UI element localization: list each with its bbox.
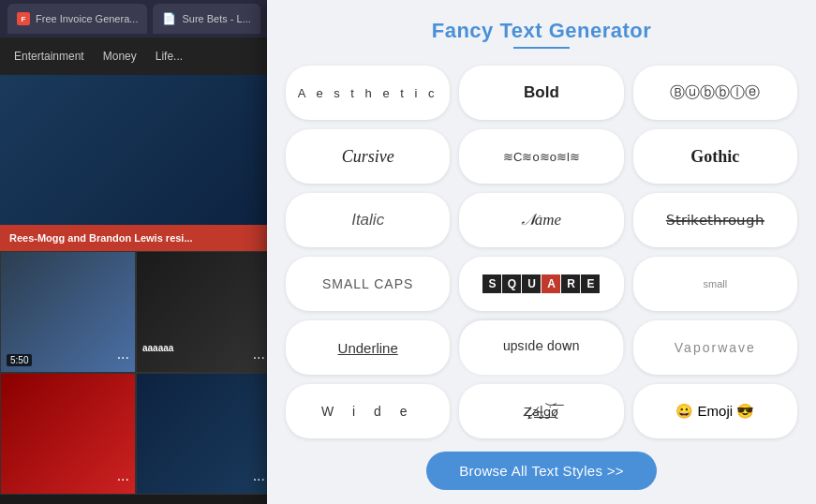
tab2-label: Sure Bets - L...	[182, 13, 250, 24]
card-3[interactable]: ···	[0, 373, 136, 495]
style-btn-bold[interactable]: Bold	[459, 66, 623, 120]
nav-money[interactable]: Money	[103, 50, 137, 63]
style-btn-name[interactable]: 𝒩ame	[459, 193, 623, 247]
style-btn-aesthetic[interactable]: A e s t h e t i c	[286, 66, 450, 120]
card-1[interactable]: ··· 5:50	[0, 251, 136, 373]
sq-s: S	[482, 274, 501, 293]
browse-all-button[interactable]: Browse All Text Styles >>	[426, 452, 657, 490]
style-btn-bubble[interactable]: Ⓑⓤⓑⓑⓛⓔ	[633, 66, 797, 120]
card-row-2: ··· ···	[0, 373, 272, 495]
card4-dots[interactable]: ···	[253, 471, 265, 488]
card2-dots[interactable]: ···	[253, 349, 265, 366]
news-headline[interactable]: Rees-Mogg and Brandon Lewis resi...	[0, 225, 272, 251]
style-btn-smallcaps[interactable]: SMALL CAPS	[286, 257, 450, 311]
browser-tab-2[interactable]: 📄 Sure Bets - L...	[153, 4, 260, 34]
card1-dots[interactable]: ···	[117, 349, 129, 366]
nav-entertainment[interactable]: Entertainment	[14, 50, 84, 63]
sq-u: U	[522, 274, 541, 293]
style-btn-gothic[interactable]: Gothic	[633, 129, 797, 184]
sq-a: A	[542, 274, 560, 293]
style-btn-emoji[interactable]: 😀 Emoji 😎	[633, 384, 797, 438]
style-btn-zalgo[interactable]: Z̸̧̢a̸͟͟l̴̨̡g͘͟͝o̷̢͞	[459, 384, 623, 438]
card-4[interactable]: ···	[136, 373, 272, 495]
card-2[interactable]: ··· aaaaaa	[136, 251, 272, 373]
card3-dots[interactable]: ···	[117, 471, 129, 488]
style-btn-small[interactable]: small	[633, 257, 797, 311]
sq-q: Q	[502, 274, 521, 293]
style-btn-wide[interactable]: W i d e	[286, 384, 450, 438]
card2-title: aaaaaa	[142, 343, 173, 353]
style-btn-underline[interactable]: Underline	[286, 320, 450, 375]
tab2-icon: 📄	[162, 12, 176, 25]
style-btn-square[interactable]: S Q U A R E	[459, 257, 623, 311]
square-inner: S Q U A R E	[482, 274, 600, 293]
style-btn-upsidedown[interactable]: uʍop ǝpısdn	[459, 320, 623, 375]
sq-r: R	[561, 274, 580, 293]
sq-e: E	[581, 274, 600, 293]
style-btn-vaporwave[interactable]: Vaporwave	[633, 320, 797, 375]
nav-life[interactable]: Life...	[156, 50, 183, 63]
card1-time: 5:50	[7, 354, 32, 366]
tab1-favicon: F	[17, 12, 30, 25]
style-btn-strikethrough[interactable]: S̶t̶r̶i̶k̶e̶t̶h̶r̶o̶u̶g̶h̶	[633, 193, 797, 247]
style-btn-cursive[interactable]: Cursive	[286, 129, 450, 184]
video-thumbnail	[0, 75, 272, 225]
fancy-text-panel: Fancy Text Generator A e s t h e t i c B…	[267, 0, 816, 504]
video-area	[0, 75, 272, 225]
left-content-area: Entertainment Money Life... Rees-Mogg an…	[0, 37, 272, 504]
card-row-1: ··· 5:50 ··· aaaaaa	[0, 251, 272, 373]
left-nav: Entertainment Money Life...	[0, 37, 272, 75]
style-btn-italic[interactable]: Italic	[286, 193, 450, 247]
tab1-label: Free Invoice Genera...	[36, 13, 138, 24]
styles-grid: A e s t h e t i c Bold Ⓑⓤⓑⓑⓛⓔ Cursive ≋C…	[286, 66, 797, 438]
panel-title: Fancy Text Generator	[432, 19, 652, 43]
style-btn-wavy[interactable]: ≋C≋o≋o≋l≋	[459, 129, 623, 184]
browser-tab-1[interactable]: F Free Invoice Genera...	[7, 4, 147, 34]
panel-divider	[513, 47, 570, 49]
